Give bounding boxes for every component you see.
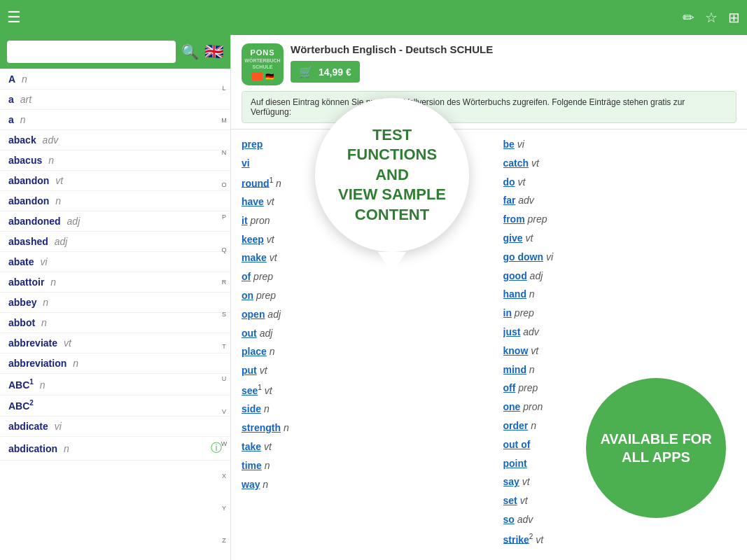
header-icons: ✏ ☆ ⊞ — [683, 9, 740, 26]
available-apps-overlay: AVAILABLE FORALL APPS — [586, 378, 726, 518]
list-item[interactable]: way n — [242, 477, 475, 493]
table-row[interactable]: abandoned adj — [0, 211, 230, 232]
alpha-X[interactable]: X — [219, 472, 229, 480]
logo-subtitle2: SCHULE — [253, 64, 273, 70]
alpha-O[interactable]: O — [219, 181, 229, 189]
grid-icon[interactable]: ⊞ — [728, 9, 740, 26]
list-item[interactable]: side n — [242, 401, 475, 418]
alpha-N[interactable]: N — [219, 149, 229, 157]
table-row[interactable]: abandon vt — [0, 171, 230, 191]
alpha-U[interactable]: U — [219, 375, 229, 383]
alpha-L[interactable]: L — [219, 85, 229, 92]
list-item[interactable]: good adj — [503, 268, 737, 285]
table-row[interactable]: a n — [0, 110, 230, 130]
list-item[interactable]: place n — [242, 344, 475, 360]
alpha-M[interactable]: M — [219, 117, 229, 125]
star-icon[interactable]: ☆ — [705, 9, 718, 26]
content-area: PONS WÖRTERBUCH SCHULE 🇩🇪 Wörterbuch Eng… — [231, 35, 747, 560]
dict-full-title: Wörterbuch Englisch - Deutsch SCHULE — [291, 43, 493, 55]
list-item[interactable]: strength n — [242, 420, 475, 437]
list-item[interactable]: so adv — [503, 512, 737, 528]
logo-subtitle1: WÖRTERBUCH — [244, 57, 280, 64]
list-item[interactable]: strike2 vt — [503, 531, 737, 548]
alpha-S[interactable]: S — [219, 311, 229, 318]
table-row[interactable]: abbreviate vt — [0, 333, 230, 354]
alpha-V[interactable]: V — [219, 408, 229, 416]
list-item[interactable]: mind n — [503, 362, 737, 379]
table-row[interactable]: abbreviation n — [0, 354, 230, 374]
price-bar[interactable]: 🛒 14,99 € — [291, 61, 360, 83]
alpha-P[interactable]: P — [219, 214, 229, 221]
table-row[interactable]: abate vi — [0, 252, 230, 272]
logo-pons: PONS — [250, 48, 274, 57]
table-row[interactable]: abbot n — [0, 313, 230, 333]
hamburger-menu[interactable]: ☰ — [7, 8, 21, 27]
overlay-apps-text: AVAILABLE FORALL APPS — [586, 416, 725, 480]
table-row[interactable]: abashed adj — [0, 232, 230, 252]
dictionary-header: PONS WÖRTERBUCH SCHULE 🇩🇪 Wörterbuch Eng… — [231, 35, 747, 130]
lookup-icon[interactable]: 🔍 — [181, 43, 199, 60]
dict-name: Wörterbuch Englisch - Deutsch SCHULE 🛒 1… — [291, 43, 493, 85]
list-item[interactable]: do vt — [503, 174, 737, 191]
table-row[interactable]: abacus n — [0, 150, 230, 171]
table-row[interactable]: abandon n — [0, 191, 230, 211]
table-row[interactable]: abdicate vi — [0, 416, 230, 437]
list-item[interactable]: from prep — [503, 211, 737, 228]
alphabet-index: L M N O P Q R S T U V W X Y Z — [218, 69, 230, 560]
list-item[interactable]: catch vt — [503, 155, 737, 172]
list-item[interactable]: in prep — [503, 305, 737, 322]
list-item[interactable]: know vt — [503, 343, 737, 360]
list-item[interactable]: thing n — [503, 550, 737, 553]
list-item[interactable]: open adj — [242, 307, 475, 323]
list-item[interactable]: of prep — [242, 269, 475, 286]
list-item[interactable]: time n — [242, 458, 475, 475]
cart-icon: 🛒 — [299, 65, 313, 78]
word-list: A n a art a n aback adv abacus n abandon… — [0, 69, 230, 560]
list-item[interactable]: be vi — [503, 136, 737, 153]
flag-de: 🇩🇪 — [265, 72, 274, 81]
dict-logo: PONS WÖRTERBUCH SCHULE 🇩🇪 — [242, 43, 284, 85]
list-item[interactable]: go down vi — [503, 249, 737, 266]
list-item[interactable]: hand n — [503, 286, 737, 303]
alpha-R[interactable]: R — [219, 279, 229, 286]
list-item[interactable]: out adj — [242, 326, 475, 342]
sidebar: 🔍 🇬🇧 A n a art a n aback adv abacus n ab… — [0, 35, 231, 560]
table-row[interactable]: abdication nⓘ — [0, 437, 230, 461]
list-item[interactable]: put vt — [242, 363, 475, 379]
table-row[interactable]: ABC1 n — [0, 374, 230, 396]
list-item[interactable]: give vt — [503, 230, 737, 247]
search-input[interactable] — [7, 41, 176, 63]
alpha-W[interactable]: W — [219, 440, 229, 448]
alpha-Y[interactable]: Y — [219, 505, 229, 512]
dict-title-row: PONS WÖRTERBUCH SCHULE 🇩🇪 Wörterbuch Eng… — [242, 43, 736, 85]
price-label: 14,99 € — [319, 66, 351, 78]
edit-icon[interactable]: ✏ — [683, 9, 694, 26]
list-item[interactable]: see1 vt — [242, 382, 475, 399]
alpha-Q[interactable]: Q — [219, 246, 229, 254]
list-item[interactable]: make vt — [242, 250, 475, 267]
search-bar: 🔍 🇬🇧 — [0, 35, 230, 69]
overlay-test-text: TESTFUNCTIONS ANDVIEW SAMPLECONTENT — [315, 111, 469, 239]
table-row[interactable]: aback adv — [0, 130, 230, 150]
book-icon — [251, 72, 263, 80]
table-row[interactable]: ABC2 — [0, 396, 230, 417]
list-item[interactable]: on prep — [242, 288, 475, 304]
logo-icons: 🇩🇪 — [251, 72, 274, 81]
table-row[interactable]: abattoir n — [0, 272, 230, 293]
table-row[interactable]: abbey n — [0, 293, 230, 313]
alpha-T[interactable]: T — [219, 343, 229, 351]
list-item[interactable]: just adv — [503, 324, 737, 341]
table-row[interactable]: A n — [0, 69, 230, 90]
alpha-Z[interactable]: Z — [219, 537, 229, 545]
language-flag[interactable]: 🇬🇧 — [204, 43, 223, 61]
test-functions-overlay: TESTFUNCTIONS ANDVIEW SAMPLECONTENT — [315, 98, 469, 252]
list-item[interactable]: far adv — [503, 192, 737, 209]
list-item[interactable]: take vt — [242, 439, 475, 456]
table-row[interactable]: a art — [0, 90, 230, 110]
app-header: ☰ ✏ ☆ ⊞ — [0, 0, 747, 35]
main-layout: 🔍 🇬🇧 A n a art a n aback adv abacus n ab… — [0, 35, 747, 560]
